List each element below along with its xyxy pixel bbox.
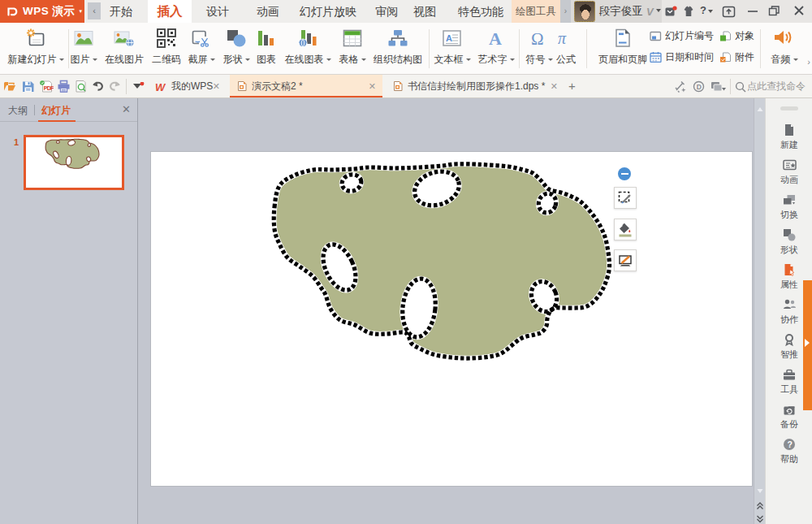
tab-slides-underline <box>38 120 76 122</box>
docer-icon[interactable]: D <box>693 80 706 94</box>
menu-tab-2[interactable]: 设计 <box>201 0 234 23</box>
ribbon-orgchart-button[interactable]: 组织结构图 <box>372 26 424 67</box>
ribbon-new-slide-button[interactable]: 新建幻灯片 <box>6 26 66 67</box>
ribbon-object-button[interactable]: 对象 <box>719 30 754 41</box>
fill-color-button[interactable] <box>614 219 637 240</box>
ribbon-symbol-button[interactable]: Ω符号 <box>524 26 555 67</box>
close-window-button[interactable] <box>793 5 806 18</box>
tab-close-icon[interactable]: ✕ <box>213 75 220 97</box>
skin-center-icon[interactable] <box>682 5 695 18</box>
freeform-shape[interactable] <box>151 152 752 486</box>
ribbon-screenshot-button[interactable]: 截屏 <box>186 26 217 67</box>
export-pdf-icon[interactable]: PDF <box>39 80 53 93</box>
user-name[interactable]: 段宇俊亚 <box>599 0 643 23</box>
redo-icon[interactable] <box>108 80 122 93</box>
context-more-button[interactable]: › <box>560 0 571 23</box>
ribbon-header-footer-button[interactable]: 页眉和页脚 <box>597 26 649 67</box>
sidebar-item-动画[interactable]: 动画 <box>766 158 812 186</box>
user-caret-icon[interactable] <box>656 9 661 12</box>
ribbon-textbox-button[interactable]: A文本框 <box>432 26 473 67</box>
menu-tab-3[interactable]: 动画 <box>252 0 284 23</box>
new-tab-button[interactable]: + <box>568 79 576 93</box>
toolbar-options-caret-icon[interactable] <box>132 82 145 96</box>
help-caret-icon[interactable] <box>708 10 713 13</box>
sidebar-item-切换[interactable]: 切换 <box>766 193 812 221</box>
tab-drawing-tools[interactable]: 绘图工具 <box>512 0 560 23</box>
open-file-icon[interactable] <box>3 80 17 93</box>
outline-color-button[interactable] <box>614 249 637 271</box>
ribbon-picture-button[interactable]: 图片 <box>68 26 99 67</box>
sidebar-item-新建[interactable]: 新建 <box>766 123 812 151</box>
scroll-up-icon[interactable] <box>757 104 763 110</box>
help-icon[interactable]: ? <box>700 4 706 16</box>
doc-tab-1[interactable]: 演示文稿2 *✕ <box>230 75 382 97</box>
picture-icon <box>68 26 99 50</box>
ribbon-chart-button[interactable]: 图表 <box>254 26 279 67</box>
ribbon-datetime-button[interactable]: 日期和时间 <box>650 51 714 63</box>
night-mode-icon[interactable] <box>674 80 688 94</box>
collapse-toolbar-button[interactable] <box>618 167 631 180</box>
ribbon-wordart-button[interactable]: A艺术字 <box>476 26 516 67</box>
attachment-icon <box>719 51 735 63</box>
undo-icon[interactable] <box>91 80 105 93</box>
sidebar-handle[interactable] <box>780 106 798 110</box>
ribbon-label: 图表 <box>254 53 279 67</box>
ribbon-online-picture-button[interactable]: 在线图片 <box>103 26 145 67</box>
print-icon[interactable] <box>57 80 71 93</box>
ribbon-more-icon[interactable]: › <box>807 57 810 67</box>
previous-slide-icon[interactable] <box>757 501 763 508</box>
doc-tab-0[interactable]: W我的WPS✕ <box>149 75 227 97</box>
svg-text:π: π <box>558 29 567 47</box>
restore-toolbar-icon[interactable] <box>722 5 735 18</box>
next-slide-icon[interactable] <box>757 514 763 521</box>
menu-tab-4[interactable]: 幻灯片放映 <box>296 0 361 23</box>
ribbon-table-button[interactable]: 表格 <box>337 26 368 67</box>
collapse-tabs-button[interactable]: ‹ <box>88 2 101 19</box>
doc-tab-label: 我的WPS <box>171 80 213 92</box>
qrcode-icon <box>150 26 183 50</box>
tab-slides[interactable]: 幻灯片 <box>41 104 71 118</box>
doc-tab-2[interactable]: 书信信封绘制用图形操作1.dps *✕ <box>386 75 564 97</box>
workspace-icon[interactable] <box>710 80 724 94</box>
ppt-file-icon <box>392 80 408 92</box>
slide-thumbnail[interactable] <box>24 135 124 190</box>
scroll-down-icon[interactable] <box>757 485 763 492</box>
minimize-button[interactable] <box>747 6 760 19</box>
ribbon-online-chart-button[interactable]: 在线图表 <box>283 26 333 67</box>
ribbon-slide-number-button[interactable]: 幻灯片编号 <box>650 30 714 41</box>
menu-tab-6[interactable]: 视图 <box>408 0 441 23</box>
sidebar-item-形状[interactable]: 形状 <box>766 228 812 256</box>
menu-tab-5[interactable]: 审阅 <box>370 0 403 23</box>
sidebar-item-帮助[interactable]: ?帮助 <box>766 438 812 466</box>
tab-close-icon[interactable]: ✕ <box>369 75 376 97</box>
vertical-scrollbar[interactable] <box>754 98 765 524</box>
find-command-box[interactable]: 点此查找命令 <box>747 75 806 97</box>
slide-canvas[interactable] <box>151 152 752 486</box>
properties-flag[interactable] <box>803 280 812 410</box>
message-center-icon[interactable] <box>664 5 677 18</box>
ribbon-formula-button[interactable]: π公式 <box>554 26 578 67</box>
edit-points-button[interactable] <box>614 187 637 209</box>
menu-tab-0[interactable]: 开始 <box>105 0 137 23</box>
object-icon <box>719 30 735 41</box>
panel-header: 大纲 幻灯片 ✕ <box>0 98 137 122</box>
restore-window-button[interactable] <box>768 5 781 18</box>
menu-tab-1[interactable]: 插入 <box>148 0 192 23</box>
menu-tab-7[interactable]: 特色功能 <box>454 0 508 23</box>
tab-outline[interactable]: 大纲 <box>8 104 28 118</box>
ribbon-shapes-button[interactable]: 形状 <box>221 26 252 67</box>
app-title: WPS 演示 <box>23 4 76 19</box>
ribbon-qrcode-button[interactable]: 二维码 <box>150 26 183 67</box>
print-preview-icon[interactable] <box>74 80 88 93</box>
panel-close-icon[interactable]: ✕ <box>122 103 131 115</box>
vip-badge-icon[interactable]: V <box>646 6 654 18</box>
tab-close-icon[interactable]: ✕ <box>551 75 558 97</box>
new-slide-icon <box>6 26 66 50</box>
save-icon[interactable] <box>21 80 35 93</box>
divider <box>730 79 731 94</box>
sb-help-icon: ? <box>766 438 812 451</box>
avatar[interactable] <box>574 1 595 22</box>
ribbon-attachment-button[interactable]: 附件 <box>719 51 754 63</box>
ribbon-audio-button[interactable]: 音频 <box>769 26 800 67</box>
app-logo[interactable]: WPS 演示 ▾ <box>0 0 84 23</box>
